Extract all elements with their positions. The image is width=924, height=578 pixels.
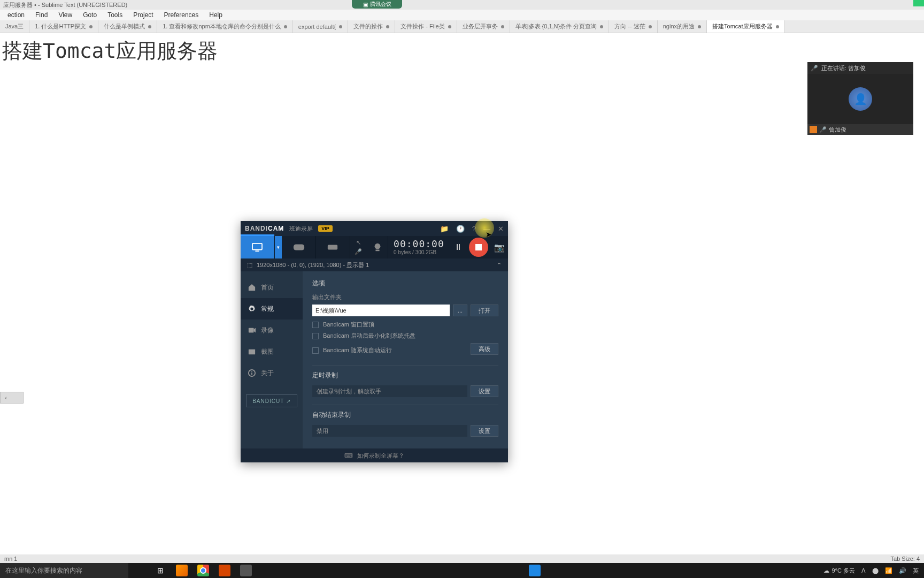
- minimize-icon[interactable]: —: [483, 225, 490, 233]
- taskbar-app[interactable]: [214, 563, 235, 578]
- mode-device[interactable]: [316, 236, 350, 258]
- tab-active[interactable]: 搭建Tomcat应用服务器: [707, 20, 784, 33]
- tab[interactable]: 文件的操作: [348, 20, 395, 33]
- svg-point-10: [251, 371, 252, 372]
- menu-item[interactable]: Preferences: [159, 10, 204, 20]
- volume-icon[interactable]: 🔊: [899, 567, 906, 574]
- sidebar-item-home[interactable]: 首页: [241, 277, 303, 298]
- modified-dot-icon: [698, 25, 701, 28]
- checkbox-minimize[interactable]: Bandicam 启动后最小化到系统托盘: [312, 332, 498, 340]
- tab[interactable]: export default{: [293, 20, 348, 33]
- menu-item[interactable]: ection: [2, 10, 30, 20]
- clock-icon[interactable]: 🕐: [456, 225, 465, 233]
- tab[interactable]: 什么是单例模式: [98, 20, 157, 33]
- output-folder-input[interactable]: [312, 305, 450, 316]
- advanced-button[interactable]: 高级: [471, 343, 498, 355]
- tab[interactable]: nginx的用途: [658, 20, 707, 33]
- folder-icon[interactable]: 📁: [440, 225, 449, 233]
- modified-dot-icon: [339, 25, 342, 28]
- tab[interactable]: 1. 什么是HTTP探文: [29, 20, 98, 33]
- tab[interactable]: 文件操作 - File类: [395, 20, 457, 33]
- taskbar-firefox[interactable]: [171, 563, 192, 578]
- svg-point-7: [250, 351, 251, 352]
- status-bar: mn 1 Tab Size: 4: [0, 554, 924, 563]
- weather-widget[interactable]: ☁ 9°C 多云: [823, 567, 855, 575]
- close-icon[interactable]: ✕: [498, 225, 504, 233]
- modified-dot-icon: [776, 25, 779, 28]
- menu-item[interactable]: View: [53, 10, 78, 20]
- pause-button[interactable]: ⏸: [450, 236, 467, 258]
- menu-item[interactable]: Goto: [78, 10, 102, 20]
- window-accent: [913, 0, 924, 6]
- tray-icon[interactable]: ⬤: [872, 567, 879, 574]
- bandicam-main: 选项 输出文件夹 ... 打开 Bandicam 窗口置顶 Bandicam 启…: [303, 271, 508, 448]
- screenshot-button[interactable]: 📷: [491, 236, 508, 258]
- mode-dropdown[interactable]: ▾: [275, 236, 282, 258]
- menu-item[interactable]: Help: [204, 10, 228, 20]
- tab[interactable]: 方向 -- 迷茫: [609, 20, 657, 33]
- menu-item[interactable]: Tools: [102, 10, 128, 20]
- settings-button[interactable]: 设置: [471, 385, 498, 397]
- checkbox-autostart[interactable]: Bandicam 随系统自动运行: [312, 346, 467, 354]
- tab[interactable]: 1. 查看和修改npm本地仓库的命令分别是什么: [157, 20, 293, 33]
- capture-info[interactable]: ⬚ 1920x1080 - (0, 0), (1920, 1080) - 显示器…: [241, 258, 508, 271]
- tencent-meeting-pill[interactable]: ▣ 腾讯会议: [352, 0, 402, 9]
- menu-bar[interactable]: ection Find View Goto Tools Project Pref…: [0, 10, 924, 20]
- mic-icon[interactable]: 🎤: [355, 248, 362, 255]
- taskbar-chrome[interactable]: [192, 563, 214, 578]
- help-icon[interactable]: ?: [472, 225, 476, 233]
- checkbox-icon: [312, 333, 319, 339]
- tab-label: 业务层开事务: [463, 22, 498, 31]
- camera-icon: ▣: [363, 2, 368, 7]
- checkbox-ontop[interactable]: Bandicam 窗口置顶: [312, 321, 498, 329]
- modified-dot-icon: [649, 25, 652, 28]
- mode-game[interactable]: [282, 236, 316, 258]
- cortana-icon[interactable]: [128, 563, 150, 578]
- bandicam-body: 首页 常规 录像 截图 关于 BANDICUT ↗ 选项 输出文件夹 ... 打…: [241, 271, 508, 448]
- mode-screen[interactable]: [241, 236, 275, 258]
- bandicam-sidebar: 首页 常规 录像 截图 关于 BANDICUT ↗: [241, 271, 303, 448]
- ime-indicator[interactable]: 英: [913, 567, 919, 575]
- svg-rect-4: [375, 250, 379, 252]
- browse-button[interactable]: ...: [453, 305, 467, 316]
- bandicam-tip[interactable]: ⌨ 如何录制全屏幕？: [241, 448, 508, 462]
- sidebar-collapse[interactable]: ‹: [0, 392, 24, 404]
- bandicam-window[interactable]: BANDICAM 班迪录屏 VIP 📁 🕐 ? — ✕ ▾ ↖🎤 00:00:0…: [241, 221, 508, 462]
- record-button[interactable]: [467, 236, 491, 258]
- tab[interactable]: Java三: [0, 20, 29, 33]
- status-right[interactable]: Tab Size: 4: [891, 556, 920, 562]
- weather-text: 9°C 多云: [831, 567, 855, 575]
- chevron-up-icon[interactable]: ᐱ: [861, 567, 866, 574]
- menu-item[interactable]: Project: [128, 10, 158, 20]
- modified-dot-icon: [501, 25, 504, 28]
- sidebar-item-capture[interactable]: 截图: [241, 341, 303, 362]
- tab[interactable]: 业务层开事务: [457, 20, 510, 33]
- network-icon[interactable]: 📶: [885, 567, 892, 574]
- tab[interactable]: 单表|多表 {0,1,N}条件 分页查询: [510, 20, 610, 33]
- menu-item[interactable]: Find: [30, 10, 53, 20]
- vc-header: 🎤 正在讲话: 曾加俊: [807, 62, 913, 74]
- bandicam-toolbar: ▾ ↖🎤 00:00:00 0 bytes / 300.2GB ⏸ 📷: [241, 236, 508, 258]
- mode-webcam[interactable]: [367, 236, 388, 258]
- system-tray[interactable]: ☁ 9°C 多云 ᐱ ⬤ 📶 🔊 英: [818, 567, 924, 575]
- taskbar-app[interactable]: [235, 563, 257, 578]
- search-input[interactable]: 在这里输入你要搜索的内容: [0, 563, 128, 578]
- bandicut-link[interactable]: BANDICUT ↗: [246, 394, 297, 407]
- audio-toggles[interactable]: ↖🎤: [350, 236, 367, 258]
- taskview-icon[interactable]: ⊞: [150, 563, 171, 578]
- tip-text: 如何录制全屏幕？: [357, 452, 404, 460]
- sidebar-item-about[interactable]: 关于: [241, 362, 303, 384]
- sidebar-item-record[interactable]: 录像: [241, 320, 303, 341]
- taskbar-app[interactable]: [524, 563, 545, 578]
- open-button[interactable]: 打开: [471, 305, 498, 316]
- cursor-icon[interactable]: ↖: [356, 239, 361, 246]
- sidebar-item-label: 截图: [261, 347, 274, 356]
- sidebar-item-general[interactable]: 常规: [241, 298, 303, 320]
- windows-taskbar[interactable]: 在这里输入你要搜索的内容 ⊞ ☁ 9°C 多云 ᐱ ⬤ 📶 🔊 英: [0, 563, 924, 578]
- video-conference-panel[interactable]: 🎤 正在讲话: 曾加俊 👤 🎤 曾加俊: [807, 62, 913, 135]
- divider: [312, 365, 498, 366]
- chevron-up-icon[interactable]: ⌃: [497, 262, 502, 269]
- bandicam-titlebar[interactable]: BANDICAM 班迪录屏 VIP 📁 🕐 ? — ✕: [241, 221, 508, 236]
- tab-label: 1. 什么是HTTP探文: [35, 22, 86, 31]
- settings-button[interactable]: 设置: [471, 425, 498, 437]
